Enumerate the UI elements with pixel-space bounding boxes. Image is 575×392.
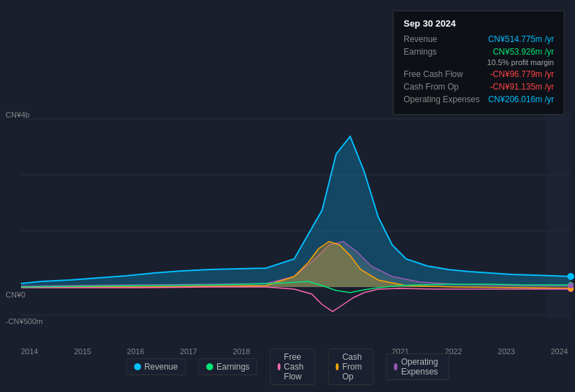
- chart-container: Sep 30 2024 Revenue CN¥514.775m /yr Earn…: [0, 0, 575, 392]
- legend-label-cashfromop: Cash From Op: [342, 352, 366, 382]
- tooltip-row-opex: Operating Expenses CN¥206.016m /yr: [403, 94, 554, 104]
- tooltip-date: Sep 30 2024: [403, 18, 554, 29]
- x-label-2015: 2015: [74, 347, 91, 356]
- legend-dot-cashfromop: [335, 363, 338, 370]
- tooltip-value-revenue: CN¥514.775m /yr: [488, 34, 554, 44]
- legend-label-opex: Operating Expenses: [401, 357, 441, 377]
- tooltip-label-cashfromop: Cash From Op: [403, 82, 459, 92]
- tooltip-label-revenue: Revenue: [403, 34, 437, 44]
- tooltip-row-cashfromop: Cash From Op -CN¥91.135m /yr: [403, 82, 554, 92]
- legend-item-revenue[interactable]: Revenue: [126, 358, 186, 375]
- legend-label-revenue: Revenue: [144, 362, 178, 372]
- tooltip-value-cashfromop: -CN¥91.135m /yr: [490, 82, 554, 92]
- legend-item-earnings[interactable]: Earnings: [198, 358, 257, 375]
- legend-item-cashfromop[interactable]: Cash From Op: [328, 349, 373, 385]
- tooltip-box: Sep 30 2024 Revenue CN¥514.775m /yr Earn…: [393, 10, 564, 115]
- legend-item-opex[interactable]: Operating Expenses: [386, 354, 449, 380]
- x-label-2023: 2023: [498, 347, 515, 356]
- legend-label-earnings: Earnings: [216, 362, 249, 372]
- tooltip-label-opex: Operating Expenses: [403, 94, 480, 104]
- tooltip-row-earnings: Earnings CN¥53.926m /yr: [403, 47, 554, 57]
- tooltip-label-fcf: Free Cash Flow: [403, 69, 463, 79]
- legend-dot-earnings: [206, 363, 213, 370]
- legend-label-fcf: Free Cash Flow: [284, 352, 307, 382]
- x-label-2014: 2014: [21, 347, 38, 356]
- svg-point-10: [568, 283, 574, 288]
- chart-legend: Revenue Earnings Free Cash Flow Cash Fro…: [126, 349, 449, 385]
- tooltip-value-earnings: CN¥53.926m /yr: [493, 47, 554, 57]
- legend-dot-fcf: [277, 363, 280, 370]
- legend-dot-revenue: [134, 363, 141, 370]
- legend-item-fcf[interactable]: Free Cash Flow: [270, 349, 315, 385]
- tooltip-value-fcf: -CN¥96.779m /yr: [490, 69, 554, 79]
- tooltip-row-fcf: Free Cash Flow -CN¥96.779m /yr: [403, 69, 554, 79]
- tooltip-row-revenue: Revenue CN¥514.775m /yr: [403, 34, 554, 44]
- x-label-2024: 2024: [550, 347, 567, 356]
- tooltip-label-earnings: Earnings: [403, 47, 436, 57]
- svg-point-6: [567, 273, 574, 280]
- tooltip-value-opex: CN¥206.016m /yr: [488, 94, 554, 104]
- legend-dot-opex: [394, 363, 397, 370]
- profit-margin: 10.5% profit margin: [403, 58, 554, 66]
